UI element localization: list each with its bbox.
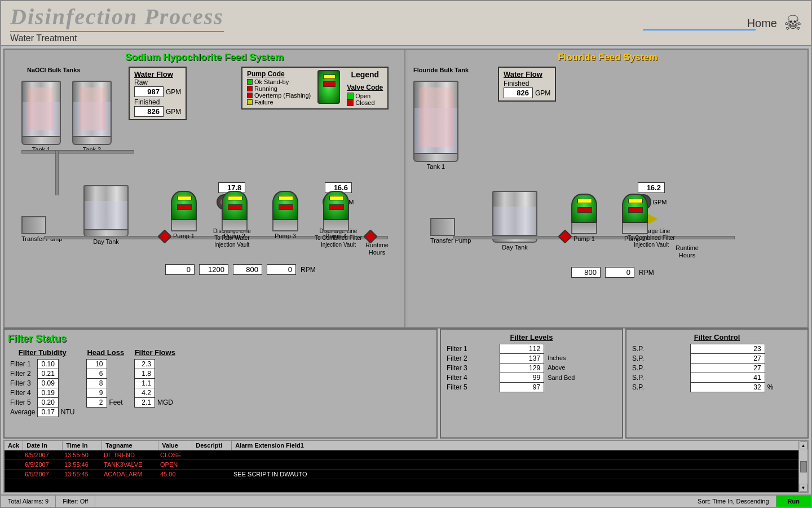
- tank1-left: Tank 1: [21, 81, 61, 153]
- pump3-label-left: Pump 3: [272, 233, 298, 239]
- pump1-label-right: Pump 1: [571, 235, 597, 242]
- rpm-row-left: 0 1200 800 0 RPM: [165, 264, 316, 275]
- table-row: 9: [86, 388, 125, 398]
- table-row: Filter 4 0.19: [8, 388, 77, 398]
- table-row: S.P. 27: [630, 364, 804, 373]
- filter-tubidity-section: Filter Tubidity Filter 1 0.10 Filter 2 0…: [8, 348, 77, 434]
- rpm2-right: 0: [605, 267, 634, 278]
- table-row: 1.8: [135, 369, 176, 379]
- tank1-right: Tank 1: [413, 81, 458, 170]
- wf-raw-label: Raw: [134, 78, 181, 86]
- wf-raw-value: 987: [134, 86, 164, 97]
- table-row: Filter 3 0.09: [8, 379, 77, 388]
- main-title: Disinfection Process: [10, 3, 224, 30]
- table-row: S.P. 41: [630, 373, 804, 383]
- flow-val-r: 16.2: [638, 182, 665, 193]
- alarm-row-1: 6/5/2007 13:55:50 DI_TREND CLOSE: [5, 450, 798, 460]
- alarm-col-desc: Descripti: [192, 441, 232, 450]
- filter-levels-panel: Filter Levels Filter 1 112 InchesAboveSa…: [440, 329, 623, 439]
- pump2-left: Pump 2: [222, 191, 248, 239]
- table-row: 2.1 MGD: [135, 398, 176, 408]
- naocl-label: NaOCl Bulk Tanks: [27, 67, 81, 73]
- day-tank-label-right: Day Tank: [492, 244, 537, 251]
- alarm-row-2: 6/5/2007 13:55:46 TANK3VALVE OPEN: [5, 460, 798, 470]
- sub-title: Water Treatment: [10, 33, 224, 43]
- tank1-label-right: Tank 1: [413, 163, 458, 170]
- table-row: 2.3: [135, 360, 176, 369]
- left-panel-title: Sodium Hypochlorite Feed System: [7, 52, 402, 63]
- wf-title-r: Water Flow: [504, 70, 550, 78]
- skull-icon: ☠: [784, 11, 802, 35]
- alarm-col-ext: Alarm Extension Field1: [232, 441, 307, 450]
- table-row: 1.1: [135, 379, 176, 388]
- filter-status-panel: Filter Status Filter Tubidity Filter 1 0…: [3, 329, 438, 439]
- rpm-row-right: 800 0 RPM: [571, 267, 654, 278]
- pump4-label-left: Pump 4: [323, 233, 349, 239]
- pump-code-label: Pump Code: [247, 70, 311, 78]
- pump4-left: Pump 4: [323, 191, 349, 239]
- filter-flows-section: Filter Flows 2.3 1.8 1.1 4.2 2.1 MGD: [134, 348, 176, 434]
- tubidity-table: Filter 1 0.10 Filter 2 0.21 Filter 3 0.0…: [8, 359, 77, 417]
- table-row: 2 Feet: [86, 398, 125, 408]
- home-label[interactable]: Home: [747, 17, 777, 30]
- filter-flows-title: Filter Flows: [134, 348, 176, 357]
- pump1-right: Pump 1: [571, 194, 597, 242]
- filter-status-title: Filter Status: [8, 333, 433, 345]
- tank2-left: Tank 2: [72, 81, 112, 153]
- filter-levels-table: Filter 1 112 InchesAboveSand Bed Filter …: [444, 344, 619, 392]
- alarm-scrollbar[interactable]: ▲ ▼: [798, 441, 807, 492]
- left-process-panel: Sodium Hypochlorite Feed System Water Fl…: [5, 50, 405, 327]
- tubidity-title: Filter Tubidity: [8, 348, 77, 357]
- scroll-down-arrow[interactable]: ▼: [800, 484, 807, 492]
- filter-control-title: Filter Control: [630, 333, 804, 341]
- legend-box: Pump Code Ok Stand-by Running Overtemp (…: [241, 67, 389, 110]
- rpm1: 0: [165, 264, 195, 275]
- alarm-col-time: Time In: [63, 441, 102, 450]
- water-flow-box-left: Water Flow Raw 987 GPM Finished 826 GPM: [129, 67, 187, 120]
- alarm-col-date: Date In: [23, 441, 63, 450]
- table-row: Filter 1 112 InchesAboveSand Bed: [444, 344, 619, 354]
- wf-fin-unit: GPM: [166, 108, 181, 116]
- rpm-unit-right: RPM: [639, 269, 654, 277]
- filter-flows-table: 2.3 1.8 1.1 4.2 2.1 MGD: [134, 359, 176, 408]
- filter-control-panel: Filter Control S.P. 23 S.P. 27 S.P. 27: [625, 329, 809, 439]
- wf-title: Water Flow: [134, 70, 181, 78]
- rpm2: 1200: [199, 264, 228, 275]
- alarm-col-ack: Ack: [5, 441, 23, 450]
- legend-title: Legend: [347, 70, 383, 79]
- title-block: Disinfection Process Water Treatment: [10, 3, 224, 43]
- table-row: 10: [86, 360, 125, 369]
- rpm3: 800: [233, 264, 262, 275]
- table-row: Filter 2 0.21: [8, 369, 77, 379]
- rpm-unit-left: RPM: [301, 266, 316, 274]
- alarm-col-value: Value: [158, 441, 192, 450]
- transfer-pump-right: Transfer Pump: [430, 218, 471, 244]
- head-loss-title: Head Loss: [86, 348, 126, 357]
- filter-control-table: S.P. 23 S.P. 27 S.P. 27 S.P. 41: [630, 344, 804, 392]
- header: Disinfection Process Water Treatment Hom…: [1, 1, 811, 46]
- pump3-left: Pump 3: [272, 191, 298, 239]
- head-loss-table: 10 6 8 9 2 Feet: [86, 359, 126, 408]
- table-row: Filter 5 0.20: [8, 398, 77, 408]
- table-row: Filter 1 0.10: [8, 360, 77, 369]
- alarm-col-tag: Tagname: [102, 441, 158, 450]
- head-loss-section: Head Loss 10 6 8 9 2 Feet: [86, 348, 126, 434]
- table-row: S.P. 23: [630, 344, 804, 354]
- table-row: 8: [86, 379, 125, 388]
- wf-fin-unit-r: GPM: [535, 89, 550, 97]
- pump2-right: Pump 2: [622, 194, 648, 242]
- scroll-thumb[interactable]: [800, 461, 807, 472]
- scroll-up-arrow[interactable]: ▲: [800, 441, 807, 449]
- total-alarms: Total Alarms: 9: [1, 496, 56, 507]
- alarm-table-area: Ack Date In Time In Tagname Value Descri…: [5, 441, 798, 492]
- pump2-label-right: Pump 2: [622, 235, 648, 242]
- valve-code-label: Valve Code: [347, 84, 383, 91]
- sort-status: Sort: Time In, Descending: [691, 496, 776, 507]
- wf-fin-value: 826: [134, 106, 164, 117]
- table-row: S.P. 32 %: [630, 383, 804, 392]
- runtime-label-left: RuntimeHours: [365, 242, 389, 256]
- run-button[interactable]: Run: [776, 496, 811, 507]
- pump2-label-left: Pump 2: [222, 233, 248, 239]
- table-row: 4.2: [135, 388, 176, 398]
- wf-raw-unit: GPM: [166, 88, 181, 96]
